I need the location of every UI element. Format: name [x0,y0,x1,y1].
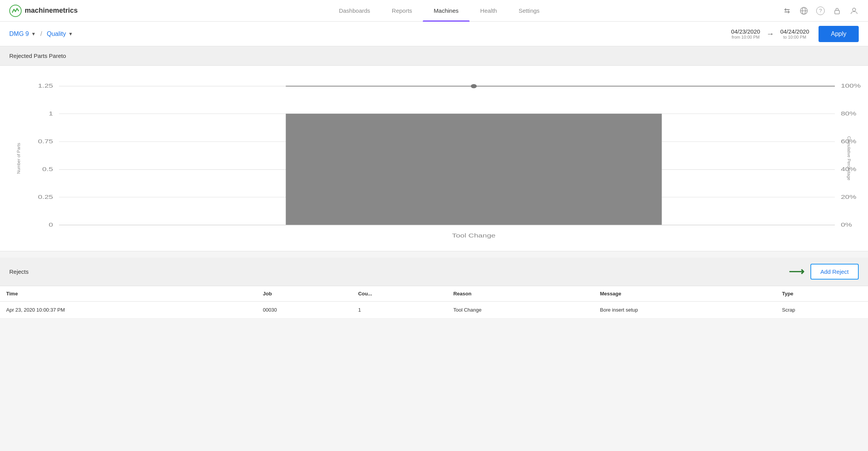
y-axis-label: Number of Parts [16,143,21,174]
logo-bold: metrics [53,7,78,14]
chart-bar-toolchange [286,114,662,225]
logo-light: machine [25,7,53,14]
filter-bar: DMG 9 ▼ / Quality ▼ 04/23/2020 from 10:0… [0,22,868,46]
user-icon[interactable] [849,6,859,15]
logo-icon [9,5,22,17]
top-nav: machinemetrics Dashboards Reports Machin… [0,0,868,22]
nav-settings[interactable]: Settings [508,0,550,22]
nav-machines[interactable]: Machines [423,0,469,22]
svg-point-5 [853,8,856,11]
table-header-row: Time Job Cou... Reason Message Type [0,286,868,302]
cell-job: 00030 [257,302,352,319]
machine-name: DMG 9 [9,31,29,37]
rejects-title: Rejects [9,268,29,275]
cell-type: Scrap [776,302,868,319]
svg-text:1: 1 [49,110,53,117]
date-arrow-icon: → [766,29,774,38]
lock-icon[interactable] [832,6,842,15]
cell-time: Apr 23, 2020 10:00:37 PM [0,302,257,319]
to-sub: to 10:00 PM [780,35,809,39]
logo-text: machinemetrics [25,7,78,15]
logo[interactable]: machinemetrics [9,5,78,17]
chart-svg: 0 0.25 0.5 0.75 1 1.25 0% 20% 40% 60% 80… [23,75,859,242]
nav-links: Dashboards Reports Machines Health Setti… [96,0,782,22]
add-reject-button[interactable]: Add Reject [810,264,859,280]
table-row: Apr 23, 2020 10:00:37 PM 00030 1 Tool Ch… [0,302,868,319]
machine-chevron-icon: ▼ [31,31,36,37]
svg-text:0.25: 0.25 [38,194,53,200]
chart-container: Number of Parts 0 0.25 0.5 0.75 [0,66,868,251]
svg-text:80%: 80% [841,110,856,117]
nav-right-icons: ⇆ ? [782,6,859,15]
svg-text:20%: 20% [841,194,856,200]
apply-button[interactable]: Apply [819,26,859,42]
rejects-header: Rejects ⟶ Add Reject [0,258,868,286]
view-name: Quality [47,31,66,37]
green-arrow-icon: ⟶ [789,265,804,278]
col-type: Type [776,286,868,302]
nav-health[interactable]: Health [470,0,508,22]
col-time: Time [0,286,257,302]
svg-text:0.5: 0.5 [42,166,53,173]
cell-reason: Tool Change [447,302,594,319]
rejects-table: Time Job Cou... Reason Message Type Apr … [0,286,868,319]
nav-reports[interactable]: Reports [381,0,423,22]
y-axis-right-label: Cumulative Percentage [847,136,851,180]
to-date: 04/24/2020 [780,28,809,35]
col-job: Job [257,286,352,302]
view-breadcrumb[interactable]: Quality ▼ [47,31,73,37]
view-chevron-icon: ▼ [68,31,73,37]
chart-section: Rejected Parts Pareto Number of Parts [0,46,868,251]
help-icon[interactable]: ? [816,7,825,15]
from-sub: from 10:00 PM [731,35,760,39]
svg-text:100%: 100% [841,83,861,89]
chart-title: Rejected Parts Pareto [9,53,66,59]
col-reason: Reason [447,286,594,302]
svg-text:0%: 0% [841,222,852,228]
col-message: Message [594,286,776,302]
add-reject-cta: ⟶ Add Reject [789,264,859,280]
nav-dashboards[interactable]: Dashboards [328,0,381,22]
svg-rect-4 [835,10,839,14]
machine-breadcrumb[interactable]: DMG 9 ▼ [9,31,36,37]
breadcrumb-separator: / [41,31,42,37]
chart-section-header: Rejected Parts Pareto [0,46,868,66]
from-date-block: 04/23/2020 from 10:00 PM [731,28,760,39]
svg-text:0.75: 0.75 [38,138,53,144]
svg-text:1.25: 1.25 [38,83,53,89]
from-date: 04/23/2020 [731,28,760,35]
chart-dot [471,84,477,88]
shuffle-icon[interactable]: ⇆ [782,6,791,15]
cell-count: 1 [352,302,447,319]
date-section: 04/23/2020 from 10:00 PM → 04/24/2020 to… [731,26,859,42]
col-count: Cou... [352,286,447,302]
to-date-block: 04/24/2020 to 10:00 PM [780,28,809,39]
svg-text:0: 0 [49,222,53,228]
rejects-table-body: Apr 23, 2020 10:00:37 PM 00030 1 Tool Ch… [0,302,868,319]
main-content: Rejected Parts Pareto Number of Parts [0,46,868,319]
svg-text:Tool Change: Tool Change [452,232,496,239]
rejects-section: Rejects ⟶ Add Reject Time Job Cou... Rea… [0,258,868,319]
cell-message: Bore insert setup [594,302,776,319]
globe-icon[interactable] [799,6,808,15]
